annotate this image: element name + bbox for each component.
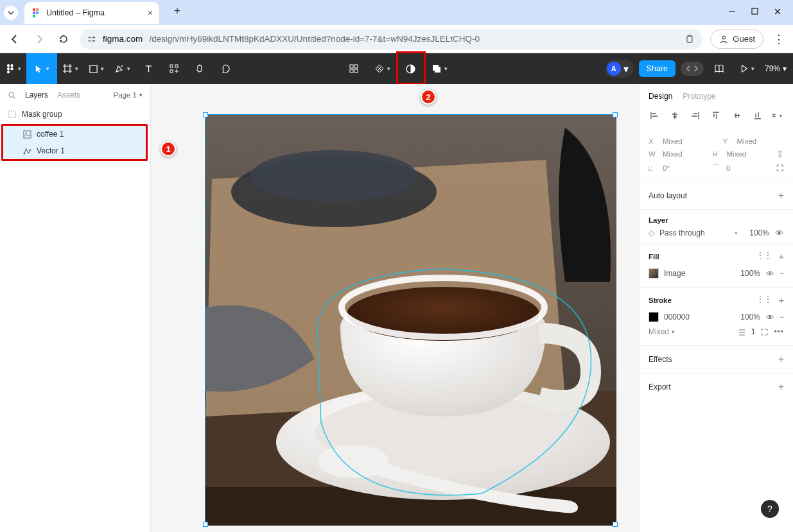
stroke-align-select[interactable]: Mixed▾ bbox=[649, 327, 675, 336]
stroke-weight-input[interactable]: 1 bbox=[751, 327, 756, 336]
frame-tool-button[interactable]: ▾ bbox=[57, 53, 83, 84]
fill-opacity-input[interactable]: 100% bbox=[740, 269, 760, 278]
constrain-proportions-button[interactable] bbox=[776, 150, 784, 159]
x-input[interactable]: Mixed bbox=[663, 137, 710, 145]
figma-logo-icon bbox=[5, 64, 15, 74]
align-hcenter-button[interactable] bbox=[668, 110, 682, 121]
stroke-hex-input[interactable]: 000000 bbox=[664, 313, 735, 322]
new-tab-button[interactable]: + bbox=[168, 3, 186, 21]
layer-row-mask-group[interactable]: Mask group bbox=[0, 106, 150, 123]
add-export-button[interactable]: + bbox=[778, 381, 784, 393]
components-button[interactable] bbox=[341, 53, 367, 84]
rotation-input[interactable]: 0° bbox=[663, 164, 699, 172]
resources-button[interactable] bbox=[161, 53, 187, 84]
radius-input[interactable]: 0 bbox=[726, 164, 763, 172]
auto-layout-section[interactable]: Auto layout + bbox=[640, 182, 793, 210]
tab-design[interactable]: Design bbox=[649, 92, 672, 101]
pen-tool-button[interactable]: ▾ bbox=[109, 53, 135, 84]
boolean-ops-button[interactable]: ▾ bbox=[426, 53, 453, 84]
stroke-advanced-button[interactable]: ••• bbox=[774, 327, 784, 336]
window-minimize-button[interactable] bbox=[728, 8, 736, 15]
align-left-button[interactable] bbox=[647, 110, 661, 121]
stroke-visibility-toggle[interactable] bbox=[765, 313, 774, 322]
distribute-button[interactable]: ▾ bbox=[771, 110, 785, 121]
main-menu-button[interactable]: ▾ bbox=[0, 53, 26, 84]
nav-reload-button[interactable] bbox=[55, 31, 72, 47]
opacity-input[interactable]: 100% bbox=[749, 228, 769, 237]
close-tab-button[interactable]: × bbox=[148, 8, 153, 18]
tab-search-button[interactable] bbox=[4, 6, 18, 20]
browser-menu-button[interactable]: ⋮ bbox=[771, 32, 787, 46]
stroke-opacity-input[interactable]: 100% bbox=[740, 313, 760, 322]
fill-swatch[interactable] bbox=[649, 268, 659, 279]
stroke-per-side-button[interactable] bbox=[760, 328, 769, 336]
effects-section[interactable]: Effects + bbox=[640, 346, 793, 373]
y-input[interactable]: Mixed bbox=[737, 137, 785, 145]
search-icon[interactable] bbox=[8, 91, 16, 99]
frame-icon bbox=[62, 64, 73, 74]
align-vcenter-button[interactable] bbox=[730, 110, 744, 121]
h-input[interactable]: Mixed bbox=[727, 150, 764, 158]
stroke-swatch[interactable] bbox=[649, 312, 659, 322]
dev-mode-toggle[interactable] bbox=[681, 62, 704, 76]
window-close-button[interactable] bbox=[774, 8, 781, 15]
fill-styles-button[interactable]: ⋮⋮ bbox=[756, 251, 772, 262]
svg-rect-25 bbox=[354, 69, 358, 73]
independent-corners-button[interactable] bbox=[776, 164, 784, 172]
text-tool-button[interactable] bbox=[135, 53, 161, 84]
nav-back-button[interactable] bbox=[6, 31, 23, 47]
library-button[interactable] bbox=[709, 53, 729, 84]
remove-stroke-button[interactable]: − bbox=[780, 313, 784, 322]
browser-tab[interactable]: Untitled – Figma × bbox=[24, 2, 159, 24]
add-fill-button[interactable]: + bbox=[778, 251, 784, 262]
stroke-styles-button[interactable]: ⋮⋮ bbox=[756, 295, 772, 305]
layer-row-vector[interactable]: Vector 1 bbox=[3, 142, 146, 159]
profile-button[interactable]: Guest bbox=[710, 30, 763, 49]
add-effect-button[interactable]: + bbox=[778, 354, 784, 365]
layer-row-coffee[interactable]: coffee 1 bbox=[3, 126, 146, 142]
effects-label: Effects bbox=[649, 355, 672, 364]
url-input[interactable]: figma.com/design/mHy69ikdLNTMt8pKdADXXU/… bbox=[80, 29, 702, 49]
resources-icon bbox=[169, 64, 179, 74]
svg-rect-21 bbox=[170, 70, 173, 73]
clipboard-icon[interactable] bbox=[684, 34, 695, 44]
profile-label: Guest bbox=[733, 34, 755, 44]
multiplayer-avatars[interactable]: A ▾ bbox=[605, 60, 634, 78]
shape-tool-button[interactable]: ▾ bbox=[83, 53, 109, 84]
comment-tool-button[interactable] bbox=[213, 53, 238, 84]
blend-mode-select[interactable]: Pass through bbox=[659, 228, 729, 237]
present-button[interactable]: ▾ bbox=[735, 53, 760, 84]
layers-tab[interactable]: Layers bbox=[25, 90, 48, 99]
stroke-side-icon[interactable] bbox=[738, 328, 746, 336]
share-button[interactable]: Share bbox=[639, 60, 675, 77]
fill-visibility-toggle[interactable] bbox=[765, 269, 774, 278]
canvas[interactable] bbox=[151, 84, 639, 532]
w-input[interactable]: Mixed bbox=[663, 150, 700, 158]
svg-point-34 bbox=[29, 149, 30, 150]
fill-type[interactable]: Image bbox=[664, 269, 735, 278]
align-top-button[interactable] bbox=[709, 110, 723, 121]
align-right-button[interactable] bbox=[688, 110, 702, 121]
move-tool-button[interactable]: ▾ bbox=[26, 53, 57, 84]
user-icon bbox=[719, 34, 729, 44]
align-bottom-button[interactable] bbox=[751, 110, 765, 121]
nav-forward-button[interactable] bbox=[31, 31, 48, 47]
visibility-toggle[interactable] bbox=[774, 228, 784, 237]
mask-button[interactable] bbox=[398, 53, 424, 84]
remove-fill-button[interactable]: − bbox=[780, 269, 784, 278]
add-stroke-button[interactable]: + bbox=[778, 295, 784, 305]
create-component-button[interactable]: ▾ bbox=[369, 53, 396, 84]
page-select[interactable]: Page 1 ▾ bbox=[114, 91, 143, 99]
stroke-section: Stroke ⋮⋮ + 000000 100% − Mixed▾ 1 ••• bbox=[640, 288, 793, 346]
pen-icon bbox=[114, 64, 125, 74]
tab-prototype[interactable]: Prototype bbox=[683, 92, 715, 101]
selection-frame[interactable] bbox=[205, 114, 616, 525]
svg-rect-9 bbox=[92, 40, 95, 41]
assets-tab[interactable]: Assets bbox=[57, 90, 80, 99]
zoom-control[interactable]: 79% ▾ bbox=[765, 64, 787, 73]
hand-tool-button[interactable] bbox=[187, 53, 213, 84]
add-auto-layout-button[interactable]: + bbox=[778, 190, 784, 202]
export-section[interactable]: Export + bbox=[640, 373, 793, 400]
window-maximize-button[interactable] bbox=[751, 8, 758, 15]
help-button[interactable]: ? bbox=[761, 500, 779, 518]
